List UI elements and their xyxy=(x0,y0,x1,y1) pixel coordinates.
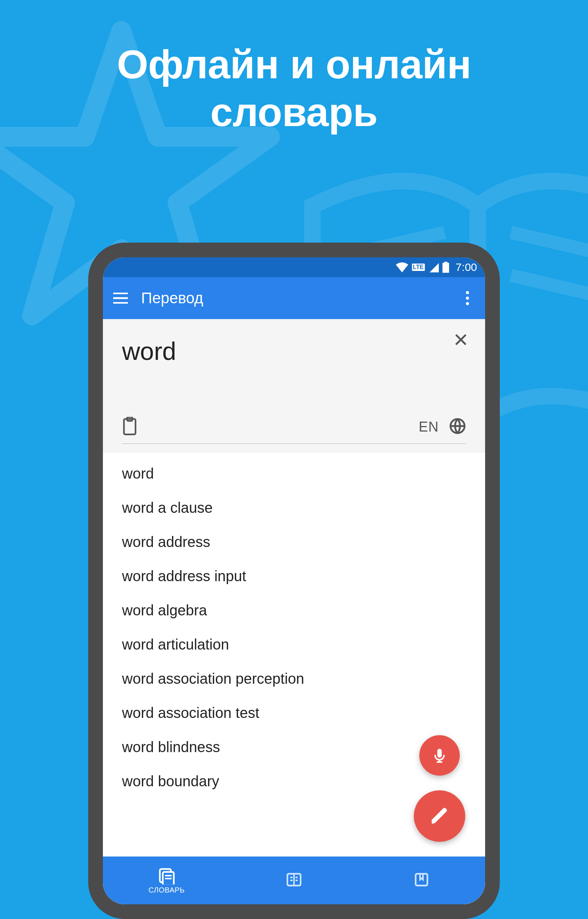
wifi-icon xyxy=(396,262,408,272)
clear-icon[interactable] xyxy=(454,332,468,349)
phone-mockup: LTE 7:00 Перевод xyxy=(88,242,500,919)
suggestion-item[interactable]: word a clause xyxy=(122,491,466,525)
svg-point-6 xyxy=(466,297,469,300)
network-badge: LTE xyxy=(412,263,425,271)
status-bar: LTE 7:00 xyxy=(103,257,485,277)
app-title: Перевод xyxy=(141,289,447,307)
nav-tab-3[interactable] xyxy=(358,856,485,904)
search-area: EN xyxy=(103,319,485,453)
signal-icon xyxy=(428,262,439,272)
fab-stack xyxy=(414,735,465,842)
globe-icon[interactable] xyxy=(449,418,466,436)
suggestion-item[interactable]: word xyxy=(122,457,466,491)
app-bar: Перевод xyxy=(103,277,485,319)
battery-icon xyxy=(443,262,449,273)
svg-point-7 xyxy=(466,302,469,305)
clipboard-icon[interactable] xyxy=(122,417,137,437)
language-label[interactable]: EN xyxy=(418,419,439,435)
svg-rect-15 xyxy=(416,874,427,885)
suggestion-item[interactable]: word articulation xyxy=(122,627,466,662)
svg-rect-4 xyxy=(444,262,447,263)
bottom-nav: СЛОВАРЬ xyxy=(103,856,485,904)
edit-button[interactable] xyxy=(414,790,465,842)
svg-rect-11 xyxy=(437,749,442,757)
suggestion-item[interactable]: word association perception xyxy=(122,662,466,696)
suggestion-item[interactable]: word association test xyxy=(122,696,466,730)
voice-input-button[interactable] xyxy=(419,735,460,776)
suggestion-item[interactable]: word algebra xyxy=(122,593,466,627)
nav-tab-2[interactable] xyxy=(230,856,358,904)
svg-point-5 xyxy=(466,291,469,294)
svg-rect-3 xyxy=(443,263,449,273)
menu-icon[interactable] xyxy=(113,290,129,306)
suggestion-item[interactable]: word address input xyxy=(122,559,466,593)
nav-label: СЛОВАРЬ xyxy=(149,886,184,894)
more-icon[interactable] xyxy=(459,290,475,306)
search-input[interactable] xyxy=(122,337,397,365)
promo-headline: Офлайн и онлайн словарь xyxy=(0,0,588,136)
nav-tab-dictionary[interactable]: СЛОВАРЬ xyxy=(103,856,230,904)
suggestion-item[interactable]: word address xyxy=(122,525,466,559)
status-time: 7:00 xyxy=(456,261,477,273)
